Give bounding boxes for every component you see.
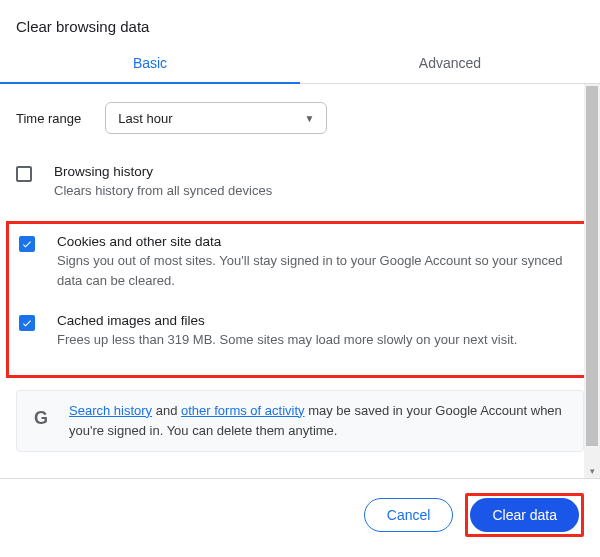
google-account-note: G Search history and other forms of acti… (16, 390, 584, 452)
google-icon: G (31, 405, 51, 425)
note-mid1: and (152, 403, 181, 418)
cookies-desc: Signs you out of most sites. You'll stay… (57, 251, 581, 291)
cache-desc: Frees up less than 319 MB. Some sites ma… (57, 330, 517, 350)
browsing-history-row: Browsing history Clears history from all… (16, 164, 584, 221)
tabs: Basic Advanced (0, 55, 600, 84)
time-range-row: Time range Last hour ▼ (16, 102, 584, 134)
note-text: Search history and other forms of activi… (69, 401, 569, 441)
cache-text: Cached images and files Frees up less th… (57, 313, 517, 350)
clear-browsing-data-dialog: Clear browsing data Basic Advanced Time … (0, 0, 600, 557)
check-icon (21, 238, 33, 250)
dialog-title: Clear browsing data (0, 0, 600, 55)
browsing-history-checkbox[interactable] (16, 166, 32, 182)
chevron-down-icon: ▼ (304, 113, 314, 124)
scroll-down-icon[interactable]: ▾ (584, 464, 600, 478)
content-wrap: Time range Last hour ▼ Browsing history … (0, 84, 600, 479)
cache-checkbox[interactable] (19, 315, 35, 331)
browsing-history-heading: Browsing history (54, 164, 272, 179)
content: Time range Last hour ▼ Browsing history … (0, 84, 600, 478)
other-activity-link[interactable]: other forms of activity (181, 403, 305, 418)
clear-data-button[interactable]: Clear data (470, 498, 579, 532)
cache-row: Cached images and files Frees up less th… (19, 313, 581, 372)
search-history-link[interactable]: Search history (69, 403, 152, 418)
browsing-history-text: Browsing history Clears history from all… (54, 164, 272, 201)
cookies-row: Cookies and other site data Signs you ou… (19, 234, 581, 313)
browsing-history-desc: Clears history from all synced devices (54, 181, 272, 201)
cookies-text: Cookies and other site data Signs you ou… (57, 234, 581, 291)
scrollbar[interactable]: ▾ (584, 84, 600, 478)
check-icon (21, 317, 33, 329)
scrollbar-thumb[interactable] (586, 86, 598, 446)
time-range-select[interactable]: Last hour ▼ (105, 102, 327, 134)
time-range-label: Time range (16, 111, 81, 126)
dialog-footer: Cancel Clear data (0, 479, 600, 551)
clear-data-highlight: Clear data (465, 493, 584, 537)
tab-advanced[interactable]: Advanced (300, 55, 600, 83)
highlight-box: Cookies and other site data Signs you ou… (6, 221, 590, 377)
cookies-checkbox[interactable] (19, 236, 35, 252)
cookies-heading: Cookies and other site data (57, 234, 581, 249)
cancel-button[interactable]: Cancel (364, 498, 454, 532)
time-range-value: Last hour (118, 111, 172, 126)
cache-heading: Cached images and files (57, 313, 517, 328)
tab-basic[interactable]: Basic (0, 55, 300, 83)
